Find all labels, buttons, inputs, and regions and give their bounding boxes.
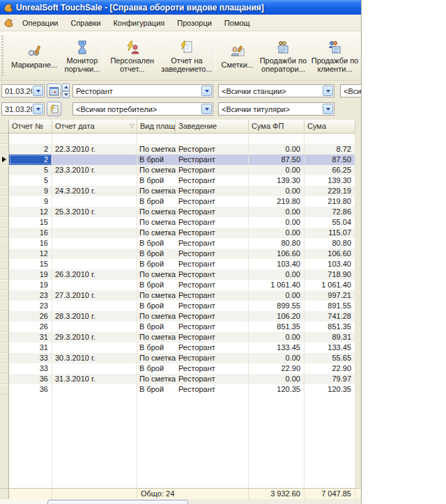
cell-sum: 139.30 [305,175,355,186]
venue-report-label: Отчет на заведението... [161,56,212,73]
titulars-combo[interactable]: <Всички титуляри> [218,102,334,116]
cell-sum-fp: 106.60 [249,249,305,259]
date-spinner[interactable] [62,84,70,98]
chevron-down-icon[interactable] [323,86,333,96]
table-row[interactable]: 26 В брой Ресторант 851.35 851.35 [0,322,355,332]
refresh-report-button[interactable] [47,102,61,116]
table-row[interactable]: 31 В брой Ресторант 133.45 133.45 [0,342,355,353]
clipped-right-combo[interactable]: <Всички [340,84,362,97]
cell-report-no: 26 [9,311,52,322]
menu-item-konfiguracia[interactable]: Конфигурация [107,17,171,29]
toolbar-gripper-icon[interactable] [1,36,3,76]
menu-item-spravki[interactable]: Справки [64,17,107,29]
sales-by-clients-button[interactable]: Продажби по клиенти... [309,33,361,78]
table-row[interactable]: 36 31.3.2010 г. По сметка Ресторант 0.00… [0,374,355,384]
cell-venue: Ресторант [176,238,249,249]
table-row[interactable]: 19 26.3.2010 г. По сметка Ресторант 0.00… [0,269,355,280]
cell-report-date [52,301,137,311]
table-row[interactable]: 15 В брой Ресторант 103.40 103.40 [0,259,355,269]
cell-sum: 997.21 [305,290,355,301]
table-row[interactable]: 15 По сметка Ресторант 0.00 55.04 [0,217,355,228]
bills-button[interactable]: Сметки... [217,33,258,78]
spinner-up-icon[interactable] [62,84,70,91]
marking-button[interactable]: Маркиране... [6,33,63,78]
table-row[interactable]: 16 В брой Ресторант 80.80 80.80 [0,238,355,249]
chevron-down-icon[interactable] [323,104,333,114]
chevron-down-icon[interactable] [201,104,212,114]
table-row[interactable]: 23 27.3.2010 г. По сметка Ресторант 0.00… [0,290,355,301]
table-row[interactable]: 33 В брой Ресторант 22.90 22.90 [0,363,355,374]
cell-sum-fp: 80.80 [249,238,305,249]
cell-venue: Ресторант [176,207,249,217]
table-row[interactable]: 2 В брой Ресторант 87.50 87.50 [0,155,355,165]
col-header-sum-fp[interactable]: Сума ФП [249,120,305,134]
col-header-report-date[interactable]: Отчет дата ▽ [52,120,137,134]
venue-combo[interactable]: Ресторант [72,84,213,97]
cell-venue: Ресторант [176,301,249,311]
chevron-down-icon[interactable] [33,86,43,96]
scrollbar-track[interactable] [0,499,47,504]
empty-row[interactable] [0,134,355,144]
cell-report-no: 23 [9,290,52,301]
cell-report-date: 30.3.2010 г. [52,353,137,363]
table-row[interactable]: 9 В брой Ресторант 219.80 219.80 [0,196,355,207]
table-row[interactable]: 9 24.3.2010 г. По сметка Ресторант 0.00 … [0,186,355,196]
scrollbar-thumb[interactable] [47,500,188,504]
cell-report-no: 31 [9,332,52,342]
date-from-combo[interactable]: 01.03.2010 [1,84,45,97]
table-row[interactable]: 12 В брой Ресторант 106.60 106.60 [0,249,355,259]
row-gutter [0,144,9,155]
chevron-down-icon[interactable] [33,104,43,114]
cell-venue: Ресторант [176,290,249,301]
gridline [52,395,52,488]
col-header-venue[interactable]: Заведение [176,120,249,134]
table-row[interactable]: 5 23.3.2010 г. По сметка Ресторант 0.00 … [0,165,355,175]
chevron-down-icon[interactable] [201,86,212,96]
cell-sum: 55.65 [305,353,355,363]
cell-venue: Ресторант [176,249,249,259]
table-row[interactable]: 31 29.3.2010 г. По сметка Ресторант 0.00… [0,332,355,342]
cell-report-date [52,228,137,238]
row-gutter [0,175,9,186]
col-header-report-date-label: Отчет дата [55,122,95,130]
date-to-combo[interactable]: 31.03.2010 [1,102,45,116]
cell-payment-type: В брой [137,384,176,395]
table-row[interactable]: 33 30.3.2010 г. По сметка Ресторант 0.00… [0,353,355,363]
row-gutter [0,384,9,395]
cell-venue: Ресторант [176,363,249,374]
table-row[interactable]: 26 28.3.2010 г. По сметка Ресторант 106.… [0,311,355,322]
horizontal-scrollbar[interactable] [0,499,362,504]
col-header-report-no[interactable]: Отчет № [9,120,52,134]
table-row[interactable]: 12 25.3.2010 г. По сметка Ресторант 0.00… [0,207,355,217]
window-title: UnrealSoft TouchSale - [Справка обороти … [16,3,264,13]
order-monitor-button[interactable]: Монитор поръчки... [63,33,102,78]
table-row[interactable]: 23 В брой Ресторант 899.55 891.55 [0,301,355,311]
users-combo[interactable]: <Всички потребители> [72,102,213,116]
cell-sum: 22.90 [305,363,355,374]
table-row[interactable]: 5 В брой Ресторант 139.30 139.30 [0,175,355,186]
menu-item-pomosht[interactable]: Помощ [218,17,256,29]
menu-app-icon[interactable] [3,17,13,28]
table-row[interactable]: 36 В брой Ресторант 120.35 120.35 [0,384,355,395]
table-row[interactable]: 2 22.3.2010 г. По сметка Ресторант 0.00 … [0,144,355,155]
cell-report-date [52,322,137,332]
stations-combo[interactable]: <Всички станции> [218,84,334,97]
cell-venue: Ресторант [176,259,249,269]
col-header-sum[interactable]: Сума [305,120,355,134]
cell-sum-fp: 0.00 [249,217,305,228]
menu-item-operacii[interactable]: Операции [16,17,64,29]
spinner-down-icon[interactable] [62,91,70,99]
sales-by-operators-button[interactable]: Продажби по оператори... [258,33,309,78]
gridline [248,395,249,488]
venue-report-button[interactable]: Отчет на заведението... [160,33,213,78]
date-to-value: 31.03.2010 [2,105,32,113]
calendar-button[interactable] [47,84,61,98]
table-row[interactable]: 16 По сметка Ресторант 0.00 115.07 [0,228,355,238]
col-header-payment-type[interactable]: Вид плащане [137,120,176,134]
footer-sum: 7 047.85 [305,489,355,499]
table-row[interactable]: 19 В брой Ресторант 1 061.40 1 061.40 [0,280,355,290]
row-gutter [0,353,9,363]
personal-report-button[interactable]: Персонален отчет... [105,33,160,78]
row-gutter [0,259,9,269]
menu-item-prozorci[interactable]: Прозорци [171,17,218,29]
